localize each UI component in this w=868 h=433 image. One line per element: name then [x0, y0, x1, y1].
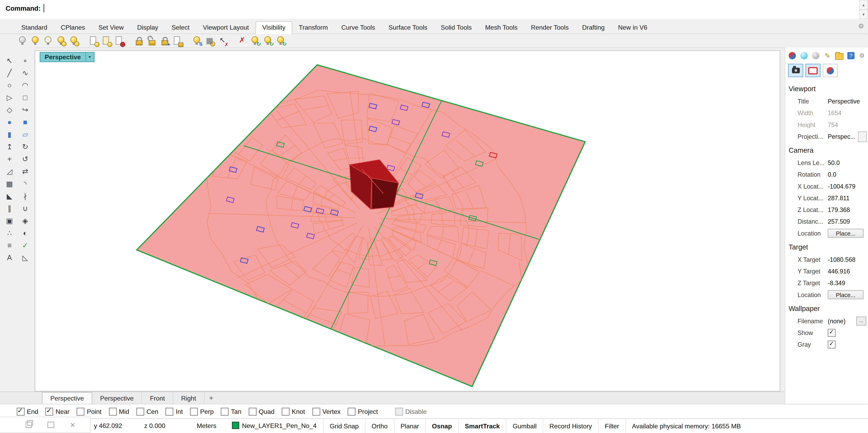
- row-z-location[interactable]: Z Locat... 179.368: [785, 203, 868, 215]
- tab-viewport-layout[interactable]: Viewport Layout: [196, 21, 256, 33]
- point-icon[interactable]: ∘: [18, 55, 32, 66]
- checkbox-icon[interactable]: [166, 407, 174, 415]
- ellipse-icon[interactable]: ◇: [2, 104, 17, 115]
- row-title[interactable]: Title Perspective: [785, 95, 868, 107]
- hide-objects-icon[interactable]: [30, 35, 41, 47]
- show-hide-swap-detail-icon[interactable]: ↻: [262, 35, 273, 47]
- osnap-knot[interactable]: Knot: [282, 407, 305, 415]
- osnap-end[interactable]: End: [17, 407, 38, 415]
- pane-planar[interactable]: Planar: [394, 419, 425, 433]
- pane-record-history[interactable]: Record History: [543, 419, 598, 433]
- checkbox-icon[interactable]: [190, 407, 198, 415]
- show-edges-icon[interactable]: ▦: [204, 35, 215, 47]
- checkbox-icon[interactable]: [395, 407, 403, 415]
- checkbox-icon[interactable]: [312, 407, 320, 415]
- hide-picked-objects-icon[interactable]: ↖: [217, 35, 228, 47]
- checkbox-icon[interactable]: [77, 407, 85, 415]
- tab-display[interactable]: Display: [130, 21, 165, 33]
- checkbox-icon[interactable]: [249, 407, 256, 415]
- tab-transform[interactable]: Transform: [292, 21, 335, 33]
- close-window-icon[interactable]: ✕: [70, 422, 75, 428]
- checkbox-icon[interactable]: [828, 340, 836, 348]
- tab-mesh-tools[interactable]: Mesh Tools: [478, 21, 524, 33]
- add-viewport-tab-icon[interactable]: +: [205, 392, 218, 404]
- show-hide-swap-layer-icon[interactable]: ↻: [275, 35, 286, 47]
- sphere-icon[interactable]: ●: [2, 116, 17, 127]
- properties-tab-icon[interactable]: [788, 52, 797, 60]
- pane-gumball[interactable]: Gumball: [506, 419, 543, 433]
- checkbox-icon[interactable]: [348, 407, 356, 415]
- viewport-canvas[interactable]: [35, 51, 780, 391]
- row-filename[interactable]: Filename (none) ...: [785, 315, 868, 326]
- unisolate-objects-icon[interactable]: [68, 35, 79, 47]
- checkbox-icon[interactable]: [221, 407, 229, 415]
- viewport-tab-right[interactable]: Right: [173, 392, 205, 404]
- gear-icon[interactable]: ⚙: [858, 22, 864, 30]
- osnap-near[interactable]: Near: [45, 407, 69, 415]
- row-x-target[interactable]: X Target -1080.568: [785, 253, 868, 265]
- unlock-objects-icon[interactable]: [146, 35, 157, 47]
- points-on-icon[interactable]: ∴: [2, 227, 17, 238]
- tab-set-view[interactable]: Set View: [92, 21, 130, 33]
- pane-ortho[interactable]: Ortho: [365, 419, 394, 433]
- row-projection[interactable]: Projecti... Perspec...: [785, 130, 868, 142]
- lock-objects-icon[interactable]: [133, 35, 144, 47]
- checkbox-icon[interactable]: [282, 407, 289, 415]
- row-y-target[interactable]: Y Target 446.916: [785, 265, 868, 277]
- fillet-icon[interactable]: ◝: [18, 178, 32, 189]
- osnap-project[interactable]: Project: [348, 407, 378, 415]
- visibility-icon[interactable]: ◐: [18, 227, 32, 238]
- checkbox-icon[interactable]: [109, 407, 117, 415]
- row-rotation[interactable]: Rotation 0.0: [785, 168, 868, 180]
- move-icon[interactable]: +: [2, 153, 17, 164]
- swap-hidden-objects-icon[interactable]: ⇅: [191, 35, 202, 47]
- text-icon[interactable]: A: [2, 252, 17, 263]
- pane-filter[interactable]: Filter: [598, 419, 625, 433]
- cylinder-icon[interactable]: ▮: [2, 129, 17, 140]
- dropdown-chevron-icon[interactable]: [858, 132, 867, 142]
- viewport-title-dropdown-icon[interactable]: ▼: [86, 52, 94, 62]
- show-selected-icon[interactable]: [42, 35, 54, 47]
- array-icon[interactable]: ▦: [2, 178, 17, 189]
- osnap-vertex[interactable]: Vertex: [312, 407, 340, 415]
- checkbox-icon[interactable]: [828, 328, 836, 337]
- command-history-scrollbar[interactable]: ▲ ▼: [859, 0, 868, 19]
- osnap-mid[interactable]: Mid: [109, 407, 129, 415]
- row-gray[interactable]: Gray: [785, 339, 868, 350]
- show-by-layer-icon[interactable]: [88, 35, 99, 47]
- lock-by-layer-icon[interactable]: [172, 35, 183, 47]
- tab-render-tools[interactable]: Render Tools: [524, 21, 576, 33]
- tab-standard[interactable]: Standard: [14, 21, 54, 33]
- maximize-window-icon[interactable]: [48, 422, 54, 428]
- panel-gear-icon[interactable]: ⚙: [859, 52, 865, 59]
- osnap-int[interactable]: Int: [166, 407, 183, 415]
- row-show[interactable]: Show: [785, 327, 868, 339]
- curve-icon[interactable]: ∿: [18, 67, 32, 78]
- osnap-cen[interactable]: Cen: [136, 407, 158, 415]
- block-icon[interactable]: ◈: [18, 215, 32, 226]
- materials-tab-icon[interactable]: [800, 52, 808, 60]
- revolve-icon[interactable]: ↻: [18, 141, 32, 152]
- circle-icon[interactable]: ○: [2, 80, 17, 91]
- display-ball-button[interactable]: [823, 64, 838, 77]
- chamfer-icon[interactable]: ◣: [2, 190, 17, 201]
- layers-icon[interactable]: ≡: [2, 239, 17, 251]
- row-height[interactable]: Height 754: [785, 119, 868, 130]
- command-bar[interactable]: Command: ▲ ▼: [0, 0, 868, 20]
- perspective-viewport[interactable]: Perspective ▼: [35, 51, 780, 392]
- osnap-quad[interactable]: Quad: [249, 407, 275, 415]
- viewport-tab-perspective-1[interactable]: Perspective: [42, 392, 92, 404]
- rectangle-icon[interactable]: □: [18, 92, 32, 103]
- mirror-icon[interactable]: ⇄: [18, 166, 32, 177]
- help-tab-icon[interactable]: ?: [847, 52, 855, 60]
- checkbox-icon[interactable]: [45, 407, 53, 415]
- camera-properties-button[interactable]: [788, 64, 803, 77]
- browse-button[interactable]: ...: [856, 317, 866, 325]
- row-y-location[interactable]: Y Locat... 287.811: [785, 192, 868, 203]
- row-camera-location[interactable]: Location Place...: [785, 227, 868, 239]
- tab-new-in-v6[interactable]: New in V6: [611, 21, 654, 33]
- osnap-perp[interactable]: Perp: [190, 407, 214, 415]
- show-hide-swap-icon[interactable]: ↻: [249, 35, 260, 47]
- check-icon[interactable]: ✓: [18, 239, 32, 251]
- viewport-title[interactable]: Perspective: [40, 52, 86, 62]
